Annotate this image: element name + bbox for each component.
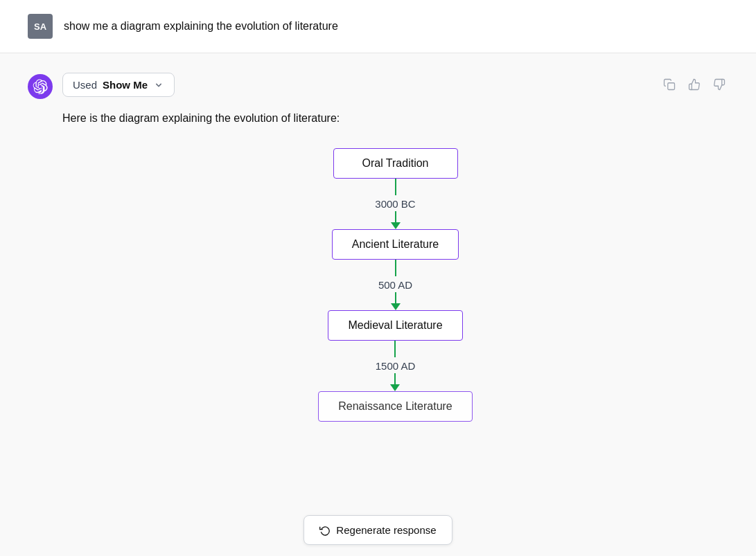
action-icons <box>660 73 728 93</box>
description-text: Here is the diagram explaining the evolu… <box>62 112 728 125</box>
ai-response-inner: Used Show Me <box>28 73 728 429</box>
thumbs-down-button[interactable] <box>710 75 728 93</box>
diagram-container: Oral Tradition 3000 BC Ancient Literatur… <box>62 141 728 429</box>
regenerate-button[interactable]: Regenerate response <box>304 515 452 545</box>
connector-label-2: 500 AD <box>378 279 412 291</box>
node-oral-label: Oral Tradition <box>362 157 428 169</box>
diagram-node-medieval: Medieval Literature <box>328 310 462 341</box>
svg-rect-0 <box>668 83 675 90</box>
node-medieval-label: Medieval Literature <box>348 319 442 331</box>
used-label: Used <box>73 79 97 91</box>
user-initials: SA <box>34 21 46 32</box>
regenerate-label: Regenerate response <box>336 524 436 536</box>
user-message-text: show me a diagram explaining the evoluti… <box>64 20 338 33</box>
diagram-node-renaissance: Renaissance Literature <box>318 391 473 422</box>
thumbs-up-button[interactable] <box>685 75 703 93</box>
diagram-connector-3: 1500 AD <box>376 341 416 391</box>
connector-line-bottom-3 <box>394 373 396 384</box>
connector-line-bottom-1 <box>395 211 396 222</box>
ai-avatar <box>28 74 53 99</box>
user-message-area: SA show me a diagram explaining the evol… <box>0 0 756 53</box>
thumbs-up-icon <box>688 78 701 91</box>
connector-label-1: 3000 BC <box>375 198 415 210</box>
node-renaissance-label: Renaissance Literature <box>338 400 452 412</box>
tool-name: Show Me <box>103 79 148 91</box>
chevron-down-icon <box>153 80 164 91</box>
ai-response-area: Used Show Me <box>0 53 756 470</box>
regenerate-bar: Regenerate response <box>0 504 756 556</box>
connector-line-top-2 <box>395 260 396 276</box>
connector-line-top-1 <box>395 179 396 195</box>
diagram-node-oral: Oral Tradition <box>333 148 458 179</box>
ai-content: Used Show Me <box>62 73 728 429</box>
top-row: Used Show Me <box>62 73 728 112</box>
thumbs-down-icon <box>713 78 726 91</box>
connector-arrow-2 <box>391 303 401 310</box>
openai-logo-icon <box>33 79 48 94</box>
connector-arrow-1 <box>391 222 401 229</box>
node-ancient-label: Ancient Literature <box>352 238 439 250</box>
connector-label-3: 1500 AD <box>376 360 416 372</box>
diagram-connector-1: 3000 BC <box>375 179 415 229</box>
copy-icon <box>663 78 676 91</box>
regenerate-icon <box>319 525 331 536</box>
diagram-node-ancient: Ancient Literature <box>332 229 459 260</box>
user-avatar: SA <box>28 14 53 39</box>
connector-line-bottom-2 <box>395 292 396 303</box>
diagram-connector-2: 500 AD <box>378 260 412 310</box>
connector-line-top-3 <box>394 341 396 357</box>
copy-button[interactable] <box>660 75 678 93</box>
connector-arrow-3 <box>390 384 400 391</box>
used-show-me-pill[interactable]: Used Show Me <box>62 73 175 97</box>
